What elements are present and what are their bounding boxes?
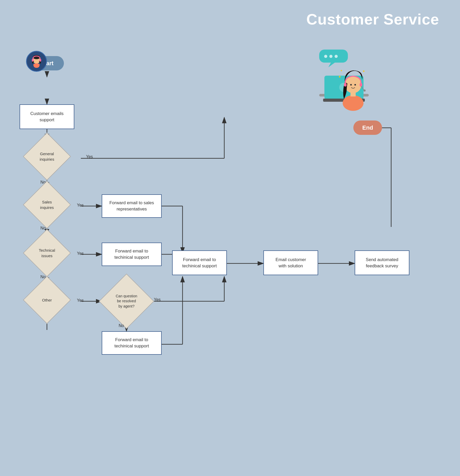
agent-illustration: ✦ ✦ ✦ [298, 34, 387, 112]
svg-point-48 [324, 55, 327, 58]
other-diamond: Other [30, 283, 64, 317]
forward-sales-box: Forward email to sales representatives [102, 194, 162, 218]
svg-rect-46 [319, 50, 348, 63]
svg-point-50 [335, 55, 338, 58]
sales-yes-label: Yes [77, 203, 84, 208]
sales-no-label: No [40, 226, 46, 231]
general-yes-label: Yes [86, 154, 93, 159]
forward-tech-other-box: Forward email to techinical support [102, 331, 162, 355]
can-question-yes-label: Yes [154, 297, 161, 302]
svg-rect-37 [344, 83, 347, 87]
svg-point-49 [329, 55, 332, 58]
technical-issues-diamond: Technical issues [30, 236, 64, 270]
send-survey-box: Send automated feedback survey [355, 250, 409, 275]
svg-point-36 [345, 76, 361, 93]
general-inquiries-diamond: General inquiries [30, 140, 64, 173]
svg-rect-38 [360, 83, 362, 87]
sales-inquires-diamond: Sales inquires [30, 188, 64, 222]
svg-point-41 [350, 84, 352, 86]
svg-point-40 [364, 89, 366, 92]
end-node: End [353, 120, 382, 135]
svg-text:✦: ✦ [340, 69, 343, 73]
svg-marker-47 [328, 63, 335, 67]
svg-rect-28 [32, 59, 34, 62]
flowchart-arrows [0, 0, 460, 476]
forward-tech-main-box: Forward email to techinical support [172, 250, 227, 275]
svg-text:✦: ✦ [338, 75, 341, 79]
tech-yes-label: Yes [77, 251, 84, 256]
email-customer-box: Email customer with solution [263, 250, 318, 275]
can-question-diamond: Can question be resolved by agent? [102, 286, 151, 317]
can-question-no-label: No [119, 323, 124, 328]
svg-point-34 [343, 95, 364, 111]
svg-text:✦: ✦ [362, 69, 365, 73]
support-avatar [26, 51, 47, 72]
svg-rect-29 [39, 59, 41, 62]
customer-emails-support-box: Customer emails support [20, 104, 74, 129]
other-yes-label: Yes [77, 298, 84, 303]
forward-tech-from-tech-box: Forward email to techinical support [102, 243, 162, 266]
svg-point-42 [354, 84, 356, 86]
page-title: Customer Service [306, 10, 439, 28]
